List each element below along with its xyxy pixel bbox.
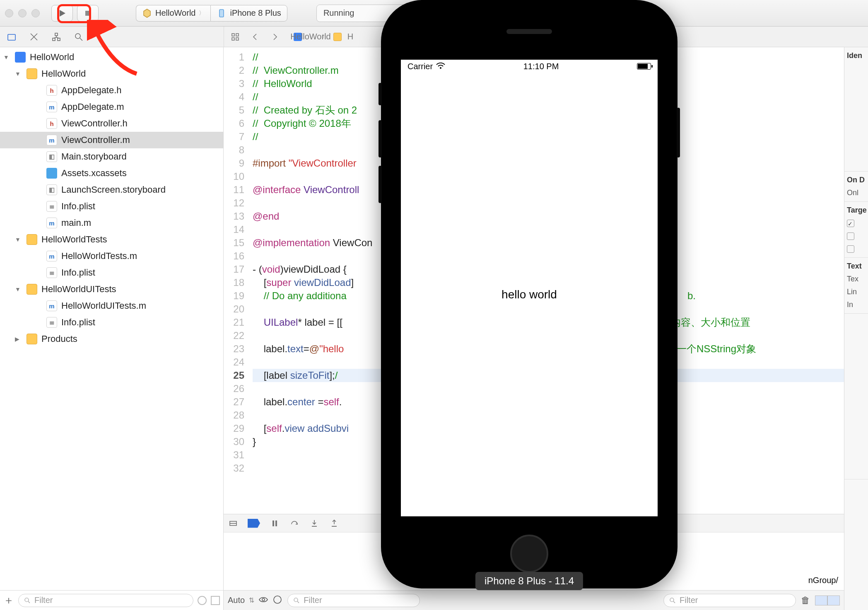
- wifi-icon: [436, 62, 445, 71]
- tree-file[interactable]: ◧Main.storyboard: [0, 148, 223, 165]
- line-gutter[interactable]: 1234567891011121314151617181920212223242…: [224, 47, 248, 514]
- tree-file[interactable]: ≣Info.plist: [0, 314, 223, 331]
- tree-group-app[interactable]: ▼HelloWorld: [0, 65, 223, 82]
- step-over-button[interactable]: [289, 518, 300, 529]
- navigator-filter-input[interactable]: Filter: [18, 594, 193, 607]
- inspector-panel: Iden On DOnl Targe Text Tex Lin In: [844, 47, 868, 610]
- tree-label: HelloWorldTests.m: [61, 251, 137, 261]
- checkbox-icon[interactable]: [847, 245, 854, 253]
- tree-file[interactable]: hViewController.h: [0, 115, 223, 132]
- target-membership-row[interactable]: [847, 244, 866, 253]
- inspector-section-target: Targe: [847, 206, 866, 215]
- target-membership-row[interactable]: [847, 232, 866, 240]
- tree-file-selected[interactable]: mViewController.m: [0, 132, 223, 148]
- project-navigator-tab[interactable]: [6, 31, 17, 43]
- breakpoint-toggle[interactable]: [248, 519, 260, 528]
- filter-placeholder: Filter: [680, 595, 698, 605]
- tree-file[interactable]: ◧LaunchScreen.storyboard: [0, 182, 223, 198]
- storyboard-icon: ◧: [46, 184, 57, 195]
- step-out-button[interactable]: [329, 518, 340, 529]
- console-pane-toggle[interactable]: [827, 595, 840, 605]
- tree-project-root[interactable]: ▼HelloWorld: [0, 49, 223, 65]
- scheme-target-button[interactable]: HelloWorld 〉: [136, 5, 210, 22]
- go-back-button[interactable]: [250, 31, 260, 42]
- tree-group-products[interactable]: ▶Products: [0, 331, 223, 347]
- disclosure-triangle-icon[interactable]: ▼: [3, 54, 11, 61]
- add-button[interactable]: ＋: [3, 593, 14, 608]
- disclosure-triangle-icon[interactable]: ▼: [15, 236, 22, 243]
- close-window-button[interactable]: [5, 9, 13, 17]
- checkbox-icon[interactable]: [847, 220, 854, 227]
- inspector-row: Onl: [847, 189, 866, 197]
- editor-jump-bar: HelloWorld 〉 H: [224, 31, 356, 42]
- stepper-icon[interactable]: ⇅: [249, 596, 254, 604]
- source-control-navigator-tab[interactable]: [28, 31, 40, 43]
- tree-file[interactable]: ≣Info.plist: [0, 264, 223, 281]
- variables-scope-label[interactable]: Auto: [228, 595, 245, 605]
- stop-button[interactable]: [77, 5, 99, 22]
- phone-screen[interactable]: Carrier 11:10 PM hello world: [401, 60, 658, 516]
- quicklook-button[interactable]: [258, 595, 268, 606]
- app-root-view[interactable]: hello world: [401, 73, 658, 516]
- mute-switch: [379, 83, 382, 105]
- step-into-button[interactable]: [309, 518, 320, 529]
- checkbox-icon[interactable]: [847, 232, 854, 240]
- volume-down-button: [379, 166, 382, 203]
- storyboard-icon: ◧: [46, 151, 57, 162]
- clear-console-button[interactable]: 🗑: [801, 595, 810, 606]
- inspector-row: Lin: [847, 288, 866, 296]
- svg-rect-1: [219, 10, 224, 17]
- variables-filter-input[interactable]: Filter: [287, 594, 420, 607]
- run-button[interactable]: [51, 5, 73, 22]
- tree-label: HelloWorld: [41, 68, 86, 79]
- print-description-button[interactable]: [272, 595, 282, 606]
- folder-icon: [27, 334, 37, 344]
- assets-icon: [46, 168, 57, 179]
- recent-filter-toggle[interactable]: [198, 596, 207, 605]
- tree-file[interactable]: mHelloWorldTests.m: [0, 248, 223, 264]
- tree-file[interactable]: mAppDelegate.m: [0, 99, 223, 115]
- disclosure-triangle-icon[interactable]: ▶: [15, 336, 22, 342]
- continue-button[interactable]: [269, 518, 280, 529]
- find-navigator-tab[interactable]: [73, 31, 84, 43]
- jump-bar-path[interactable]: HelloWorld 〉 H: [294, 31, 356, 42]
- ios-simulator-window[interactable]: Carrier 11:10 PM hello world iPhone 8 Pl…: [381, 0, 678, 588]
- tree-file[interactable]: mHelloWorldUITests.m: [0, 298, 223, 314]
- chevron-right-icon: 〉: [319, 31, 330, 42]
- disclosure-triangle-icon[interactable]: ▼: [15, 70, 22, 77]
- svg-rect-0: [85, 11, 90, 16]
- tree-file[interactable]: hAppDelegate.h: [0, 82, 223, 99]
- disclosure-triangle-icon[interactable]: ▼: [15, 286, 22, 293]
- info-icon: [272, 595, 282, 605]
- home-button[interactable]: [510, 535, 548, 573]
- debug-bottom-bar: Auto ⇅ Filter Filter 🗑: [224, 590, 844, 610]
- tree-file[interactable]: ≣Info.plist: [0, 198, 223, 215]
- hide-debug-button[interactable]: [228, 518, 239, 529]
- tree-group-tests[interactable]: ▼HelloWorldTests: [0, 231, 223, 248]
- scm-filter-toggle[interactable]: [211, 596, 220, 605]
- project-tree: ▼HelloWorld ▼HelloWorld hAppDelegate.h m…: [0, 47, 223, 590]
- zoom-window-button[interactable]: [31, 9, 40, 17]
- tree-label: AppDelegate.m: [61, 102, 124, 112]
- filter-icon: [669, 597, 676, 604]
- device-icon: [217, 8, 227, 18]
- activity-status-label: Running: [323, 8, 354, 18]
- related-items-button[interactable]: [230, 31, 241, 42]
- folder-icon: [27, 234, 37, 245]
- console-filter-input[interactable]: Filter: [663, 594, 796, 607]
- scheme-device-button[interactable]: iPhone 8 Plus: [210, 5, 287, 22]
- symbol-navigator-tab[interactable]: [51, 31, 62, 43]
- svg-rect-2: [8, 34, 15, 40]
- tree-label: AppDelegate.h: [61, 85, 122, 96]
- jump-bar-project: HelloWorld: [305, 31, 316, 42]
- header-file-icon: h: [46, 118, 57, 129]
- variables-pane-toggle[interactable]: [815, 595, 827, 605]
- go-forward-button[interactable]: [270, 31, 280, 42]
- tree-group-uitests[interactable]: ▼HelloWorldUITests: [0, 281, 223, 298]
- target-membership-row[interactable]: [847, 219, 866, 228]
- tree-file[interactable]: Assets.xcassets: [0, 165, 223, 182]
- tree-file[interactable]: mmain.m: [0, 215, 223, 231]
- minimize-window-button[interactable]: [18, 9, 27, 17]
- debug-panel-toggle[interactable]: [815, 595, 840, 605]
- project-navigator: ▼HelloWorld ▼HelloWorld hAppDelegate.h m…: [0, 47, 224, 610]
